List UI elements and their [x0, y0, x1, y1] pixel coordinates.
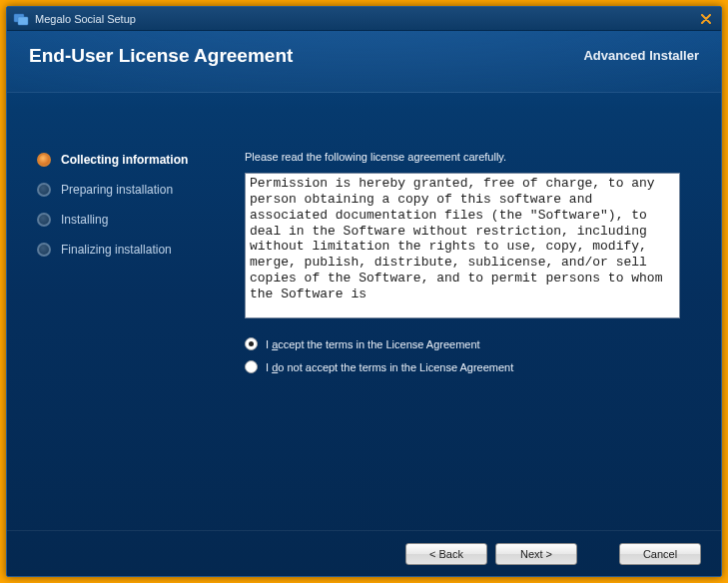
page-title: End-User License Agreement — [29, 45, 293, 67]
cancel-button[interactable]: Cancel — [619, 543, 701, 565]
step-finalizing: Finalizing installation — [37, 243, 227, 257]
step-indicator-icon — [37, 153, 51, 167]
step-label: Finalizing installation — [61, 243, 172, 257]
radio-group: I accept the terms in the License Agreem… — [245, 337, 693, 373]
brand-label: Advanced Installer — [583, 48, 699, 63]
step-preparing: Preparing installation — [37, 183, 227, 197]
step-label: Preparing installation — [61, 183, 173, 197]
close-button[interactable] — [697, 11, 715, 27]
radio-icon — [245, 360, 258, 373]
step-installing: Installing — [37, 213, 227, 227]
main-panel: Please read the following license agreem… — [239, 93, 721, 530]
step-indicator-icon — [37, 183, 51, 197]
step-indicator-icon — [37, 213, 51, 227]
window-title: Megalo Social Setup — [35, 13, 136, 25]
titlebar: Megalo Social Setup — [7, 7, 721, 31]
footer: < Back Next > Cancel — [7, 530, 721, 576]
radio-accept-label: I accept the terms in the License Agreem… — [266, 338, 480, 350]
radio-accept[interactable]: I accept the terms in the License Agreem… — [245, 337, 693, 350]
step-collecting: Collecting information — [37, 153, 227, 167]
radio-reject-label: I do not accept the terms in the License… — [266, 361, 513, 373]
svg-rect-1 — [18, 17, 28, 25]
header: End-User License Agreement Advanced Inst… — [7, 31, 721, 93]
step-label: Installing — [61, 213, 108, 227]
step-label: Collecting information — [61, 153, 188, 167]
back-button[interactable]: < Back — [405, 543, 487, 565]
radio-icon — [245, 337, 258, 350]
step-indicator-icon — [37, 243, 51, 257]
instruction-text: Please read the following license agreem… — [245, 151, 693, 163]
radio-reject[interactable]: I do not accept the terms in the License… — [245, 360, 693, 373]
next-button[interactable]: Next > — [495, 543, 577, 565]
license-textarea[interactable] — [245, 173, 680, 318]
sidebar: Collecting information Preparing install… — [7, 93, 239, 530]
installer-window: Megalo Social Setup End-User License Agr… — [6, 6, 722, 577]
app-icon — [13, 11, 29, 27]
